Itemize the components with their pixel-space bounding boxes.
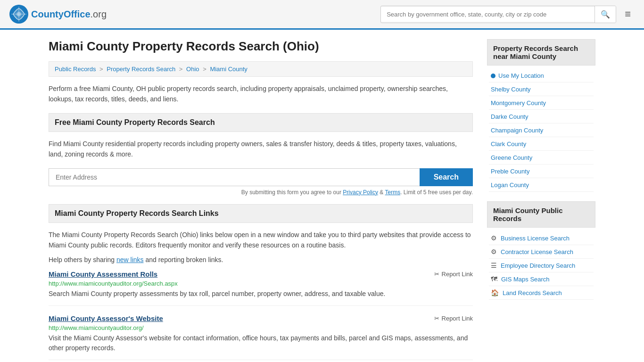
link-item: Miami County Assessment Rolls ✂ Report L… (49, 270, 473, 306)
clark-county-link[interactable]: Clark County (491, 140, 526, 148)
list-item: Logan County (489, 178, 594, 192)
list-item: Clark County (489, 137, 594, 151)
champaign-county-link[interactable]: Champaign County (491, 127, 543, 134)
form-note: By submitting this form you agree to our… (49, 189, 473, 196)
list-item: Preble County (489, 165, 594, 178)
breadcrumb-ohio[interactable]: Ohio (186, 66, 199, 73)
link-desc-1: Visit the Miami County Assessor's websit… (49, 333, 473, 353)
link-item-header: Miami County Assessment Rolls ✂ Report L… (49, 270, 473, 278)
public-records-section: Miami County Public Records ⚙ Business L… (487, 201, 595, 300)
logo-area: CountyOffice.org (9, 5, 107, 24)
employee-directory-link[interactable]: Employee Directory Search (501, 262, 575, 269)
address-form: Search (49, 168, 473, 186)
report-link-0[interactable]: ✂ Report Link (434, 271, 473, 278)
links-section: Miami County Property Records Search Lin… (49, 204, 473, 361)
business-license-icon: ⚙ (491, 234, 497, 242)
breadcrumb: Public Records > Property Records Search… (49, 61, 473, 77)
list-item: Champaign County (489, 123, 594, 137)
content-area: Miami County Property Records Search (Oh… (49, 39, 473, 362)
search-icon: 🔍 (601, 10, 610, 18)
free-search-header: Free Miami County Property Records Searc… (49, 113, 473, 132)
greene-county-link[interactable]: Greene County (491, 154, 532, 161)
page-title: Miami County Property Records Search (Oh… (49, 39, 473, 54)
list-item: Shelby County (489, 82, 594, 96)
link-url-0: http://www.miamicountyauditor.org/Search… (49, 280, 473, 287)
report-link-1[interactable]: ✂ Report Link (434, 315, 473, 322)
shelby-county-link[interactable]: Shelby County (491, 86, 531, 93)
privacy-policy-link[interactable]: Privacy Policy (343, 189, 378, 196)
nearby-list: Use My Location Shelby County Montgomery… (487, 69, 595, 192)
help-text-prefix: Help others by sharing (49, 256, 116, 263)
menu-icon[interactable]: ≡ (621, 6, 635, 22)
breadcrumb-sep-2: > (179, 66, 184, 73)
public-records-list: ⚙ Business License Search ⚙ Contractor L… (487, 231, 595, 300)
montgomery-county-link[interactable]: Montgomery County (491, 99, 546, 107)
public-records-title: Miami County Public Records (487, 201, 595, 228)
list-item: ☰ Employee Directory Search (489, 259, 594, 272)
report-icon-1: ✂ (434, 315, 439, 322)
report-label-1: Report Link (442, 315, 473, 322)
terms-link[interactable]: Terms (385, 189, 400, 196)
free-search-description: Find Miami County residential property r… (49, 139, 473, 160)
breadcrumb-miami-county[interactable]: Miami County (210, 66, 247, 73)
breadcrumb-sep-3: > (203, 66, 208, 73)
location-dot-icon (491, 74, 495, 78)
gis-maps-link[interactable]: GIS Maps Search (501, 276, 550, 283)
land-records-link[interactable]: Land Records Search (503, 289, 562, 296)
address-search-button[interactable]: Search (420, 168, 473, 186)
link-item: Miami County Assessor's Website ✂ Report… (49, 314, 473, 360)
list-item: ⚙ Business License Search (489, 231, 594, 245)
new-links-link[interactable]: new links (116, 256, 144, 263)
contractor-license-icon: ⚙ (491, 248, 497, 255)
report-label-0: Report Link (442, 271, 473, 278)
breadcrumb-sep-1: > (99, 66, 105, 73)
sidebar: Property Records Search near Miami Count… (487, 39, 595, 362)
breadcrumb-property-records-search[interactable]: Property Records Search (107, 66, 175, 73)
global-search-button[interactable]: 🔍 (594, 6, 616, 23)
business-license-link[interactable]: Business License Search (501, 235, 570, 242)
use-location-link[interactable]: Use My Location (498, 72, 544, 79)
land-records-icon: 🏠 (491, 289, 499, 296)
links-description: The Miami County Property Records Search… (49, 230, 473, 251)
link-url-1: http://www.miamicountyauditor.org/ (49, 324, 473, 331)
global-search-input[interactable] (381, 7, 594, 22)
gis-maps-icon: 🗺 (491, 275, 497, 283)
link-desc-0: Search Miami County property assessments… (49, 289, 473, 299)
form-note-prefix: By submitting this form you agree to our (241, 189, 343, 196)
list-item: Montgomery County (489, 96, 594, 110)
links-section-header: Miami County Property Records Search Lin… (49, 204, 473, 223)
page-description: Perform a free Miami County, OH public p… (49, 83, 473, 105)
nearby-section: Property Records Search near Miami Count… (487, 39, 595, 192)
preble-county-link[interactable]: Preble County (491, 168, 529, 175)
logo-icon (9, 5, 28, 24)
list-item: 🏠 Land Records Search (489, 286, 594, 300)
main-container: Miami County Property Records Search (Oh… (39, 30, 605, 362)
use-location-item: Use My Location (489, 69, 594, 82)
header-right: 🔍 ≡ (380, 6, 635, 23)
form-note-suffix: . Limit of 5 free uses per day. (400, 189, 473, 196)
darke-county-link[interactable]: Darke County (491, 113, 528, 120)
link-title-assessors-website[interactable]: Miami County Assessor's Website (49, 314, 163, 322)
link-title-assessment-rolls[interactable]: Miami County Assessment Rolls (49, 270, 157, 278)
report-icon-0: ✂ (434, 271, 439, 278)
contractor-license-link[interactable]: Contractor License Search (501, 248, 573, 255)
address-input[interactable] (49, 168, 420, 186)
help-text-suffix: and reporting broken links. (144, 256, 223, 263)
form-note-and: & (380, 189, 383, 196)
nearby-section-title: Property Records Search near Miami Count… (487, 39, 595, 66)
logan-county-link[interactable]: Logan County (491, 181, 529, 189)
logo-text: CountyOffice.org (31, 9, 107, 20)
site-header: CountyOffice.org 🔍 ≡ (0, 0, 644, 30)
breadcrumb-public-records[interactable]: Public Records (55, 66, 96, 73)
help-text: Help others by sharing new links and rep… (49, 256, 473, 263)
list-item: 🗺 GIS Maps Search (489, 272, 594, 286)
global-search-bar: 🔍 (380, 6, 616, 23)
link-item-header: Miami County Assessor's Website ✂ Report… (49, 314, 473, 322)
list-item: Greene County (489, 151, 594, 165)
list-item: Darke County (489, 110, 594, 123)
employee-directory-icon: ☰ (491, 262, 497, 269)
list-item: ⚙ Contractor License Search (489, 245, 594, 259)
